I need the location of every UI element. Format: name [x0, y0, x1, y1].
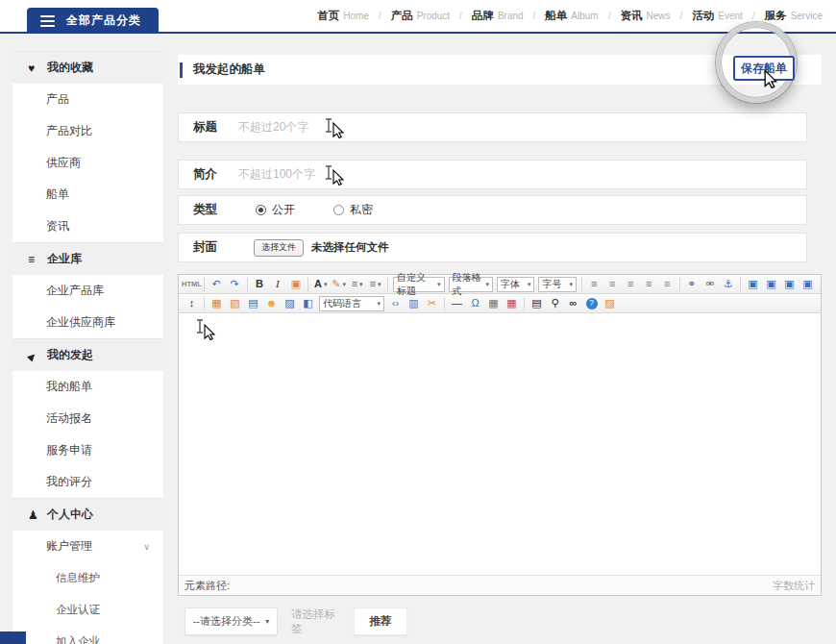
nav-news[interactable]: 资讯News — [620, 9, 670, 23]
category-select[interactable]: --请选择分类-- ▾ — [184, 607, 278, 635]
align-left-button[interactable]: ≡ — [604, 277, 621, 292]
insert-doc-button[interactable]: ◧ — [300, 296, 316, 311]
italic-button[interactable]: I — [269, 277, 285, 292]
align-right-button[interactable]: ≡ — [641, 277, 657, 292]
sidebar-item-albums[interactable]: 船单 — [12, 179, 163, 211]
print-button[interactable]: ▤ — [529, 296, 545, 311]
highlight-pen-button[interactable]: ✎ — [331, 277, 347, 292]
ordered-list-button[interactable]: ≡ — [349, 277, 365, 292]
horizontal-rule-button[interactable]: — — [449, 296, 465, 311]
all-categories-button[interactable]: 全部产品分类 — [27, 8, 159, 34]
recommend-button[interactable]: 推荐 — [354, 607, 407, 635]
insert-table-button[interactable]: ▦ — [485, 296, 502, 311]
font-family-select[interactable]: 字体▾ — [497, 277, 534, 292]
columns-button[interactable]: ▥ — [406, 296, 422, 311]
radio-public-label: 公开 — [272, 202, 295, 218]
album-type-field: 类型 公开 私密 — [178, 195, 807, 225]
paste-icon[interactable]: ▣ — [287, 277, 304, 292]
special-char-button[interactable]: Ω — [467, 296, 483, 311]
radio-public[interactable]: 公开 — [256, 202, 295, 218]
unlink-icon[interactable]: ⚮ — [701, 277, 718, 292]
insert-code-button[interactable]: ‹› — [387, 296, 404, 311]
nav-brand[interactable]: 品牌Brand — [472, 9, 524, 23]
sidebar-section-enterprise[interactable]: ≡ 企业库 — [12, 242, 163, 275]
insert-video-button[interactable]: ▤ — [245, 296, 261, 311]
sidebar-item-join-enterprise[interactable]: 加入企业 — [12, 626, 163, 644]
nav-separator: / — [608, 11, 611, 21]
unordered-list-button[interactable]: ≡ — [367, 277, 383, 292]
image-float-right-button[interactable]: ▣ — [781, 277, 798, 292]
tag-input[interactable]: 请选择标签 — [291, 607, 344, 635]
image-inline-button[interactable]: ▣ — [763, 277, 779, 292]
intro-field-label: 简介 — [193, 166, 217, 183]
nav-service-zh: 服务 — [765, 9, 787, 23]
nav-product-en: Product — [417, 11, 450, 21]
sidebar-section-my-initiated[interactable]: ▶ 我的发起 — [12, 338, 163, 371]
paragraph-format-select[interactable]: 段落格式▾ — [449, 277, 494, 292]
bold-button[interactable]: B — [251, 277, 267, 292]
sidebar-item-enterprise-certification[interactable]: 企业认证 — [12, 594, 163, 626]
custom-title-select[interactable]: 自定义标题▾ — [393, 277, 445, 292]
select-caret-icon: ▾ — [437, 281, 441, 288]
indent-button[interactable]: ≡ — [586, 277, 602, 292]
editor-toolbar-row1: HTML ↶ ↷ B I ▣ A ✎ ≡ ≡ 自定义标题▾ 段落格式▾ 字体▾ … — [179, 275, 821, 294]
font-color-button[interactable]: A — [312, 277, 329, 292]
nav-separator: / — [533, 11, 536, 21]
image-block-button[interactable]: ▣ — [799, 277, 816, 292]
link-icon[interactable]: ⚭ — [683, 277, 700, 292]
nav-home[interactable]: 首页Home — [317, 9, 369, 23]
album-intro-input[interactable]: 简介 不超过100个字 — [178, 160, 807, 189]
sidebar-item-enterprise-suppliers[interactable]: 企业供应商库 — [12, 307, 163, 338]
choose-file-button[interactable]: 选择文件 — [254, 239, 304, 257]
sidebar-item-enterprise-products[interactable]: 企业产品库 — [12, 275, 163, 307]
font-size-select[interactable]: 字号▾ — [538, 277, 576, 292]
sidebar-item-my-albums[interactable]: 我的船单 — [12, 371, 163, 403]
preview-button[interactable]: ⚲ — [547, 296, 563, 311]
sidebar-section-personal[interactable]: ♟ 个人中心 — [12, 498, 163, 531]
sidebar-section-favorites[interactable]: ♥ 我的收藏 — [12, 51, 163, 84]
sidebar-item-product-compare[interactable]: 产品对比 — [12, 115, 163, 147]
sidebar-item-suppliers[interactable]: 供应商 — [12, 147, 163, 179]
undo-icon[interactable]: ↶ — [209, 277, 225, 292]
nav-product[interactable]: 产品Product — [391, 9, 450, 23]
template-button[interactable]: ▨ — [602, 296, 618, 311]
nav-brand-zh: 品牌 — [472, 9, 494, 23]
sidebar-item-my-ratings[interactable]: 我的评分 — [12, 466, 163, 498]
sidebar-item-event-signup[interactable]: 活动报名 — [12, 403, 163, 434]
title-field-placeholder: 不超过20个字 — [238, 119, 308, 136]
redo-icon[interactable]: ↷ — [227, 277, 243, 292]
radio-private[interactable]: 私密 — [333, 202, 373, 218]
nav-service[interactable]: 服务Service — [765, 9, 823, 23]
align-justify-button[interactable]: ≡ — [659, 277, 676, 292]
nav-album[interactable]: 船单Album — [545, 9, 598, 23]
album-title-input[interactable]: 标题 不超过20个字 — [178, 112, 807, 142]
sidebar-item-account-management[interactable]: 账户管理 ∨ — [12, 531, 163, 562]
align-center-button[interactable]: ≡ — [623, 277, 639, 292]
screenshot-button[interactable]: ▨ — [282, 296, 298, 311]
delete-table-button[interactable]: ▦ — [504, 296, 520, 311]
heart-icon: ♥ — [28, 62, 47, 75]
catalog-button-label: 全部产品分类 — [66, 12, 141, 29]
emoji-icon[interactable]: ☻ — [263, 296, 280, 311]
editor-content-area[interactable] — [179, 313, 821, 575]
image-float-left-button[interactable]: ▣ — [745, 277, 761, 292]
code-language-select[interactable]: 代码语言▾ — [319, 296, 384, 311]
type-field-label: 类型 — [193, 202, 217, 218]
nav-event[interactable]: 活动Event — [692, 9, 743, 23]
anchor-icon[interactable]: ⚓ — [720, 277, 736, 292]
html-source-button[interactable]: HTML — [184, 277, 200, 292]
line-height-button[interactable]: ↕ — [184, 296, 200, 311]
sidebar: ♥ 我的收藏 产品 产品对比 供应商 船单 资讯 ≡ 企业库 企业产品库 企业供… — [12, 51, 163, 644]
save-album-button[interactable]: 保存船单 — [733, 56, 795, 81]
sidebar-item-products[interactable]: 产品 — [12, 84, 163, 115]
sidebar-section-label: 我的发起 — [47, 347, 93, 363]
sidebar-item-service-request[interactable]: 服务申请 — [12, 434, 163, 466]
insert-image-button[interactable]: ▦ — [209, 296, 225, 311]
nav-home-en: Home — [343, 11, 369, 21]
upload-image-button[interactable]: ▧ — [227, 296, 243, 311]
sidebar-item-info-maintenance[interactable]: 信息维护 — [12, 562, 163, 594]
scrawl-button[interactable]: ✂ — [424, 296, 440, 311]
search-replace-button[interactable]: ∞ — [565, 296, 581, 311]
sidebar-item-news[interactable]: 资讯 — [12, 211, 163, 242]
help-button[interactable]: ? — [583, 296, 600, 311]
